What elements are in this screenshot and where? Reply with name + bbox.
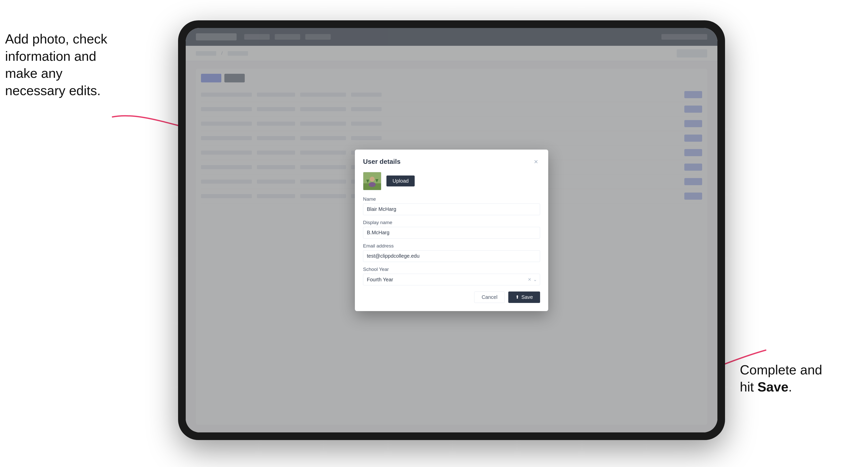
school-year-form-group: School Year First Year Second Year Third… [363, 267, 540, 285]
cancel-button[interactable]: Cancel [474, 291, 505, 303]
email-label: Email address [363, 243, 540, 249]
display-name-input[interactable] [363, 227, 540, 239]
annotation-left: Add photo, check information and make an… [5, 31, 112, 99]
modal-footer: Cancel ⬆ Save [363, 291, 540, 303]
svg-point-5 [369, 182, 375, 187]
chevron-down-icon: ⌄ [533, 277, 537, 282]
display-name-form-group: Display name [363, 220, 540, 239]
modal-overlay: User details × [186, 28, 717, 432]
school-year-select[interactable]: First Year Second Year Third Year Fourth… [363, 274, 540, 285]
school-year-label: School Year [363, 267, 540, 272]
app-background: / [186, 28, 717, 432]
user-photo-thumbnail [363, 172, 381, 190]
modal-title: User details [363, 158, 400, 165]
svg-point-4 [370, 177, 374, 181]
save-label: Save [521, 294, 533, 300]
photo-row: Upload [363, 172, 540, 190]
tablet-screen: / [186, 28, 717, 432]
save-icon: ⬆ [516, 294, 519, 300]
email-input[interactable] [363, 250, 540, 262]
clear-icon[interactable]: × [528, 276, 531, 283]
name-input[interactable] [363, 204, 540, 215]
select-icons: × ⌄ [528, 276, 537, 283]
email-form-group: Email address [363, 243, 540, 262]
display-name-label: Display name [363, 220, 540, 225]
tablet-frame: / [178, 20, 725, 440]
user-details-modal: User details × [355, 150, 548, 311]
school-year-select-wrapper: First Year Second Year Third Year Fourth… [363, 274, 540, 285]
modal-close-button[interactable]: × [532, 158, 540, 166]
upload-photo-button[interactable]: Upload [386, 176, 415, 186]
save-button[interactable]: ⬆ Save [508, 291, 540, 303]
name-form-group: Name [363, 196, 540, 215]
name-label: Name [363, 196, 540, 202]
modal-header: User details × [363, 158, 540, 166]
